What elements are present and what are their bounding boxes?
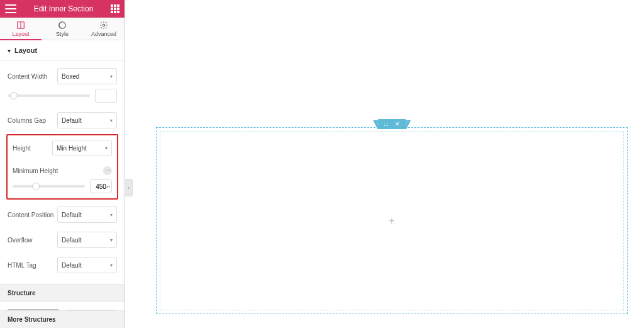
caret-down-icon: ▾ (110, 237, 113, 243)
min-height-label: Minimum Height (13, 167, 58, 174)
min-height-slider-row: 450▴▾ (13, 179, 112, 193)
control-columns-gap: Columns Gap Default▾ (8, 111, 117, 129)
units-icon[interactable]: ⋯ (103, 166, 112, 175)
sidebar-header: Edit Inner Section (0, 0, 125, 18)
layout-controls: Content Width Boxed▾ Columns Gap Default… (0, 61, 125, 274)
gear-icon (99, 21, 108, 30)
content-width-slider[interactable] (8, 94, 90, 97)
control-content-position: Content Position Default▾ (8, 206, 117, 223)
content-position-select[interactable]: Default▾ (57, 206, 117, 223)
tab-label: Advanced (91, 31, 116, 37)
content-width-label: Content Width (8, 73, 47, 80)
content-width-slider-row (8, 89, 117, 103)
section-canvas[interactable]: ::: ✕ + (156, 127, 628, 314)
height-select[interactable]: Min Height▾ (52, 140, 112, 156)
apps-grid-icon[interactable] (111, 4, 119, 13)
tab-label: Layout (12, 31, 29, 37)
close-icon[interactable]: ✕ (395, 121, 400, 127)
overflow-select[interactable]: Default▾ (57, 232, 117, 248)
html-tag-select[interactable]: Default▾ (57, 257, 117, 273)
editor-sidebar: Edit Inner Section Layout Style Advanced… (0, 0, 125, 328)
collapse-sidebar-handle[interactable]: ‹ (125, 179, 133, 196)
content-position-label: Content Position (8, 212, 53, 218)
min-height-input[interactable]: 450▴▾ (90, 179, 112, 193)
plus-icon[interactable]: + (389, 215, 394, 227)
caret-down-icon: ▾ (110, 118, 113, 123)
tab-advanced[interactable]: Advanced (83, 18, 125, 40)
column-drop-area[interactable]: + (160, 131, 624, 310)
caret-down-icon: ▾ (110, 263, 113, 268)
control-height: Height Min Height▾ (13, 139, 112, 157)
section-layout-label: Layout (14, 47, 37, 54)
control-overflow: Overflow Default▾ (8, 231, 117, 249)
structure-header: Structure (0, 284, 125, 302)
min-height-slider[interactable] (13, 185, 85, 188)
control-html-tag: HTML Tag Default▾ (8, 256, 117, 274)
control-content-width: Content Width Boxed▾ (8, 67, 117, 85)
section-controls-tab: ::: ✕ (377, 119, 406, 129)
columns-gap-select[interactable]: Default▾ (57, 112, 117, 128)
section-layout-header[interactable]: ▾ Layout (0, 40, 125, 61)
drag-handle-icon[interactable]: ::: (384, 121, 389, 127)
style-icon (58, 21, 67, 30)
height-label: Height (13, 145, 31, 152)
editor-tabs: Layout Style Advanced (0, 18, 125, 40)
hamburger-icon[interactable] (5, 4, 16, 13)
height-highlight: Height Min Height▾ Minimum Height ⋯ 450▴… (6, 134, 118, 200)
svg-point-3 (103, 24, 105, 26)
html-tag-label: HTML Tag (8, 262, 36, 269)
layout-icon (16, 21, 25, 30)
caret-down-icon: ▾ (110, 212, 113, 218)
chevron-down-icon: ▾ (8, 47, 11, 54)
caret-down-icon: ▾ (105, 145, 108, 151)
more-structures-header[interactable]: More Structures (0, 310, 125, 328)
tab-style[interactable]: Style (42, 18, 83, 40)
caret-down-icon: ▾ (110, 74, 113, 79)
control-min-height: Minimum Height ⋯ (13, 162, 112, 179)
sidebar-title: Edit Inner Section (34, 4, 94, 13)
tab-layout[interactable]: Layout (0, 18, 42, 40)
columns-gap-label: Columns Gap (8, 117, 46, 124)
tab-label: Style (56, 31, 69, 37)
overflow-label: Overflow (8, 237, 32, 244)
content-width-select[interactable]: Boxed▾ (57, 68, 117, 84)
content-width-input[interactable] (95, 89, 117, 103)
